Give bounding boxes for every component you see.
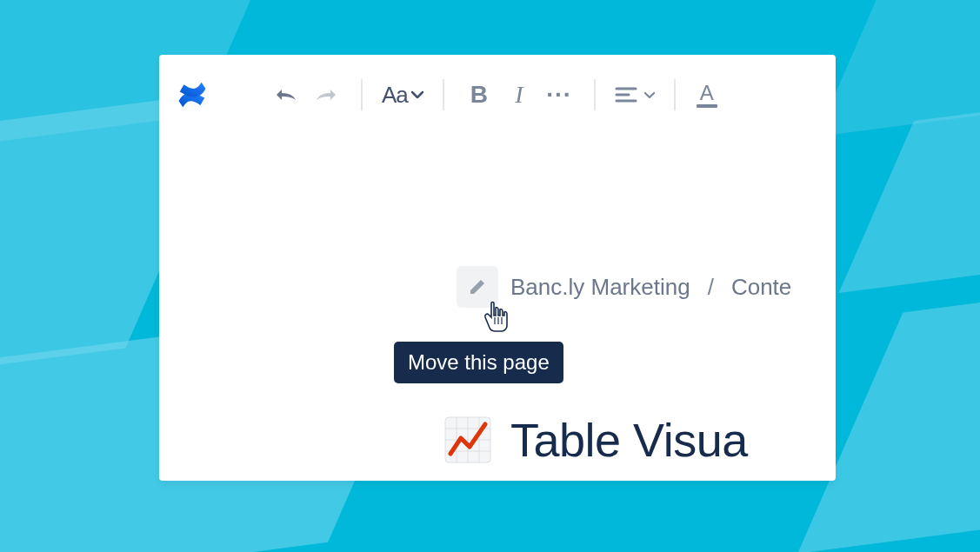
- text-styles-label: Aa: [382, 82, 408, 109]
- text-color-button[interactable]: A: [695, 80, 719, 110]
- more-formatting-button[interactable]: ···: [543, 80, 575, 110]
- breadcrumb-separator: /: [703, 274, 719, 301]
- pencil-icon: [467, 276, 488, 297]
- italic-button[interactable]: I: [503, 80, 535, 110]
- move-page-tooltip: Move this page: [394, 342, 563, 383]
- confluence-logo[interactable]: [175, 77, 210, 112]
- page-title-row: Table Visua: [443, 413, 748, 467]
- pointer-cursor-icon: [481, 298, 510, 331]
- bold-button[interactable]: B: [463, 80, 495, 110]
- align-dropdown[interactable]: [615, 80, 655, 110]
- editor-toolbar: Aa B I ···: [175, 70, 836, 119]
- text-color-swatch: [697, 104, 717, 108]
- breadcrumb-parent[interactable]: Conte: [731, 274, 791, 301]
- page-emoji[interactable]: [443, 415, 493, 465]
- editor-window: Aa B I ···: [159, 55, 836, 481]
- chevron-down-icon: [411, 90, 423, 99]
- undo-button[interactable]: [270, 80, 302, 110]
- page-title[interactable]: Table Visua: [510, 413, 748, 467]
- redo-button[interactable]: [310, 80, 342, 110]
- chart-icon: [443, 416, 492, 464]
- breadcrumb-space[interactable]: Banc.ly Marketing: [510, 274, 690, 301]
- align-left-icon: [615, 86, 637, 103]
- chevron-down-icon: [644, 91, 655, 99]
- text-styles-dropdown[interactable]: Aa: [382, 82, 423, 109]
